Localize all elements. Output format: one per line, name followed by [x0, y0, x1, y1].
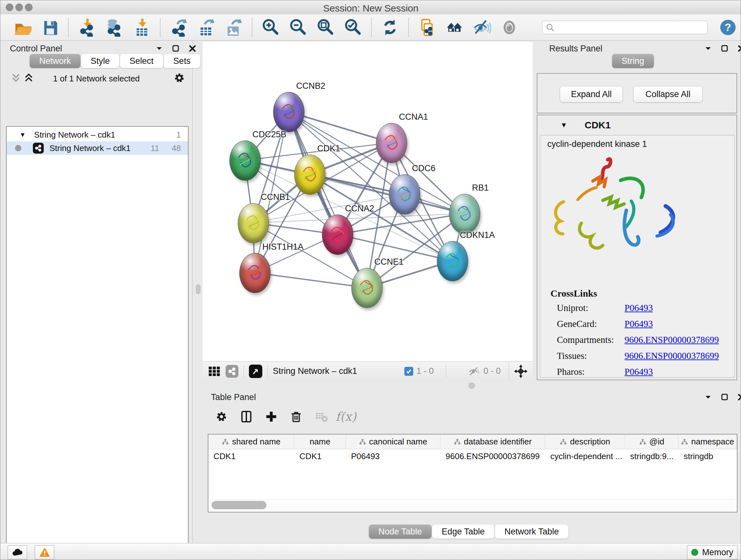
network-tree: ▼ String Network – cdk1 1 String Network… [6, 126, 189, 560]
detach-view-icon[interactable] [249, 365, 262, 378]
hide-glass-eye-icon[interactable] [471, 17, 492, 38]
panel-close-icon[interactable] [188, 44, 197, 53]
node-CDKN1A[interactable] [437, 241, 468, 281]
network-edges [203, 42, 533, 361]
crosslink-value-link[interactable]: P06493 [624, 319, 653, 329]
edge-CCNE1-HIST1H1A[interactable] [255, 273, 367, 288]
network-canvas[interactable]: CCNB2CCNA1CDC25BCDK1CDC6RB1CCNB1CCNA2CDK… [203, 42, 533, 361]
toolbar-divider [408, 18, 409, 37]
node-RB1[interactable] [449, 194, 480, 234]
show-columns-icon[interactable] [238, 408, 255, 426]
string-home-icon[interactable] [444, 17, 465, 38]
panel-float-icon[interactable] [721, 44, 729, 53]
panel-close-icon[interactable] [737, 393, 741, 401]
node-label-CCNE1: CCNE1 [374, 257, 404, 267]
show-graphics-icon[interactable] [499, 17, 520, 38]
function-builder-icon[interactable]: f(x) [337, 408, 355, 426]
zoom-in-icon[interactable] [260, 17, 281, 38]
panel-collapse-icon[interactable] [155, 44, 163, 53]
help-icon[interactable]: ? [720, 20, 736, 35]
crosslinks-title: CrossLinks [550, 288, 597, 299]
tab-sets[interactable]: Sets [164, 54, 200, 68]
expander-icon[interactable]: ▼ [19, 131, 26, 138]
network-view-title: String Network – cdk1 [273, 366, 357, 376]
panel-collapse-icon[interactable] [704, 44, 712, 53]
table-cell: CDK1 [294, 449, 346, 463]
network-options-gear-icon[interactable] [173, 71, 186, 86]
gene-expander-icon[interactable]: ▼ [560, 121, 567, 129]
delete-table-icon[interactable] [312, 408, 330, 426]
add-column-icon[interactable] [262, 408, 280, 426]
tab-select[interactable]: Select [120, 54, 163, 68]
node-CCNB1[interactable] [238, 203, 269, 243]
string-view-icon[interactable] [226, 365, 239, 378]
collapse-all-button[interactable]: Collapse All [633, 86, 703, 103]
tab-network[interactable]: Network [30, 54, 80, 68]
column-header-canonical-name[interactable]: canonical name [346, 435, 441, 449]
node-CCNB2[interactable] [273, 92, 305, 132]
bottom-splitter-handle[interactable] [468, 383, 475, 388]
network-row-selected[interactable]: String Network – cdk1 11 48 [7, 141, 188, 155]
zoom-selected-icon[interactable] [342, 17, 363, 38]
crosslink-value-link[interactable]: P06493 [624, 367, 653, 377]
tab-string[interactable]: String [612, 54, 654, 68]
column-header-description[interactable]: description [545, 435, 625, 449]
tab-network-table[interactable]: Network Table [495, 524, 569, 539]
table-cell: CDK1 [208, 449, 294, 463]
zoom-fit-icon[interactable] [315, 17, 336, 38]
panel-float-icon[interactable] [172, 44, 180, 53]
hidden-eye-icon [468, 365, 480, 378]
warning-icon [40, 548, 50, 557]
node-CCNA2[interactable] [322, 214, 353, 255]
left-splitter-handle[interactable] [196, 285, 200, 294]
column-header-shared-name[interactable]: shared name [208, 435, 294, 449]
edge-CCNB2-CCNE1[interactable] [288, 112, 367, 288]
refresh-icon[interactable] [380, 17, 401, 38]
window-title: Session: New Session [0, 3, 741, 14]
node-CDC25B[interactable] [229, 140, 261, 181]
memory-button[interactable]: Memory [687, 545, 738, 559]
expand-all-button[interactable]: Expand All [560, 86, 623, 103]
table-cell: stringdb:9... [625, 449, 679, 463]
table-row[interactable]: CDK1CDK1P064939606.ENSP00000378699cyclin… [208, 449, 737, 463]
warning-status-button[interactable] [35, 545, 54, 559]
save-session-icon[interactable] [39, 17, 60, 38]
crosslink-value-link[interactable]: 9606.ENSP00000378699 [624, 351, 719, 361]
import-network-file-icon[interactable] [76, 17, 97, 38]
import-table-icon[interactable] [131, 17, 152, 38]
node-CDC6[interactable] [389, 174, 420, 214]
birdseye-toggle-icon[interactable] [509, 362, 533, 381]
tab-edge-table[interactable]: Edge Table [432, 524, 494, 539]
cloud-icon [12, 548, 23, 557]
grid-view-icon[interactable] [208, 365, 221, 378]
export-image-icon[interactable] [223, 17, 244, 38]
node-CDK1[interactable] [294, 154, 326, 195]
column-header-database-identifier[interactable]: database identifier [441, 435, 545, 449]
column-header-name[interactable]: name [294, 435, 346, 449]
selected-checkbox-icon[interactable] [404, 367, 413, 376]
cloud-status-button[interactable] [8, 545, 27, 559]
crosslink-value-link[interactable]: 9606.ENSP00000378699 [624, 334, 719, 345]
tab-style[interactable]: Style [81, 54, 119, 68]
share-document-icon[interactable] [416, 17, 437, 38]
column-header-@id[interactable]: @id [625, 435, 679, 449]
crosslink-value-link[interactable]: P06493 [624, 303, 653, 313]
panel-collapse-icon[interactable] [704, 393, 712, 401]
delete-column-icon[interactable] [287, 408, 305, 426]
zoom-out-icon[interactable] [287, 17, 309, 38]
import-network-database-icon[interactable] [104, 17, 125, 38]
node-CCNE1[interactable] [351, 268, 383, 308]
node-CCNA1[interactable] [376, 123, 407, 163]
table-options-gear-icon[interactable] [212, 408, 230, 426]
tab-node-table[interactable]: Node Table [369, 524, 431, 539]
node-HIST1H1A[interactable] [239, 253, 271, 293]
export-table-icon[interactable] [196, 17, 217, 38]
open-session-icon[interactable] [12, 17, 33, 38]
network-collection-row[interactable]: ▼ String Network – cdk1 1 [7, 128, 188, 141]
column-header-namespace[interactable]: namespace [678, 435, 737, 449]
panel-close-icon[interactable] [737, 44, 741, 53]
panel-float-icon[interactable] [721, 393, 729, 401]
table-hscrollbar-thumb[interactable] [212, 501, 266, 509]
search-input[interactable] [542, 21, 708, 34]
export-network-icon[interactable] [168, 17, 189, 38]
